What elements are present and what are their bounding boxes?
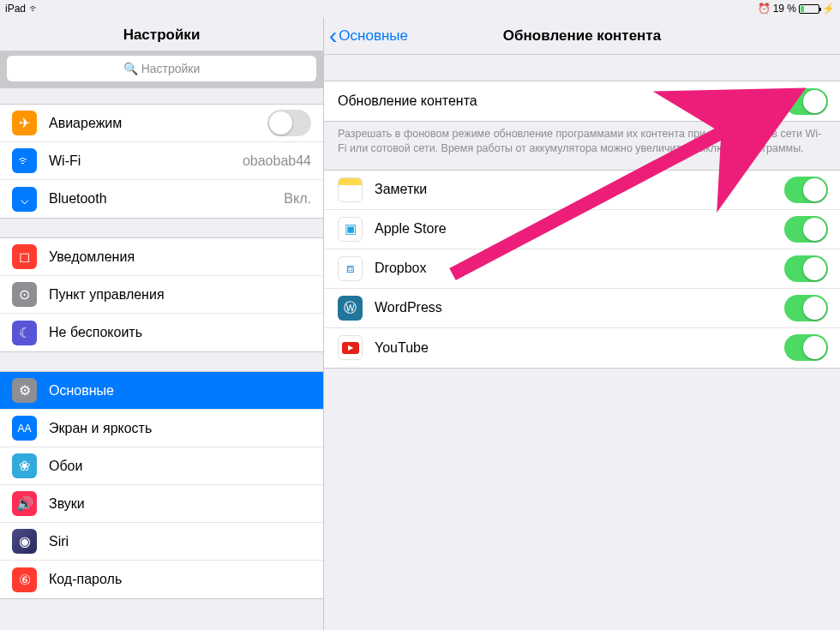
dropbox-toggle[interactable]: [784, 255, 828, 282]
sidebar-item-label: Обои: [49, 459, 323, 474]
sidebar-item-value: Вкл.: [284, 191, 323, 207]
alarm-icon: ⏰: [758, 3, 771, 15]
wifi-icon: ᯤ: [12, 148, 37, 173]
sidebar-item-label: Код-пароль: [49, 572, 323, 587]
app-row-appstore: ▣Apple Store: [324, 210, 840, 249]
sidebar-item-notifications[interactable]: ◻Уведомления: [0, 238, 323, 276]
notes-app-icon: [338, 177, 363, 202]
lock-icon: ⑥: [12, 567, 37, 592]
moon-icon: ☾: [12, 321, 37, 345]
sidebar-item-label: Wi-Fi: [49, 153, 243, 169]
sidebar-item-label: Основные: [49, 383, 323, 399]
status-bar: iPad ᯤ ⏰ 19 % ⚡: [0, 0, 840, 17]
settings-sidebar: Настройки 🔍 Настройки ✈АвиарежимᯤWi-Fiob…: [0, 17, 324, 630]
search-placeholder: Настройки: [141, 62, 201, 75]
app-label: Apple Store: [375, 221, 784, 237]
sidebar-item-airplane[interactable]: ✈Авиарежим: [0, 105, 323, 142]
sidebar-title: Настройки: [0, 17, 323, 51]
control-center-icon: ⊙: [12, 282, 37, 307]
app-row-dropbox: ⧈Dropbox: [324, 249, 840, 289]
sidebar-item-label: Экран и яркость: [49, 421, 323, 436]
appstore-toggle[interactable]: [784, 216, 828, 243]
battery-percent: 19 %: [773, 3, 796, 15]
wallpaper-icon: ❀: [12, 453, 37, 478]
siri-icon: ◉: [12, 529, 37, 554]
airplane-icon: ✈: [12, 111, 37, 135]
sidebar-item-passcode[interactable]: ⑥Код-пароль: [0, 561, 323, 598]
airplane-toggle[interactable]: [267, 110, 311, 136]
battery-icon: [799, 4, 819, 14]
sidebar-item-label: Bluetooth: [49, 191, 284, 207]
youtube-app-icon: ▶: [338, 335, 363, 360]
app-label: YouTube: [375, 340, 784, 356]
master-toggle-label: Обновление контента: [338, 93, 784, 109]
sidebar-item-general[interactable]: ⚙Основные: [0, 372, 323, 410]
master-toggle-row: Обновление контента: [324, 81, 840, 121]
display-icon: AA: [12, 416, 37, 441]
speaker-icon: 🔊: [12, 491, 37, 516]
sidebar-item-siri[interactable]: ◉Siri: [0, 523, 323, 561]
sidebar-item-value: obaobab44: [243, 153, 323, 169]
app-row-youtube: ▶YouTube: [324, 328, 840, 368]
charging-icon: ⚡: [822, 3, 835, 15]
sidebar-item-label: Пункт управления: [49, 287, 323, 303]
sidebar-item-label: Уведомления: [49, 249, 323, 265]
search-input[interactable]: 🔍 Настройки: [7, 56, 316, 81]
app-label: Dropbox: [375, 261, 784, 276]
sidebar-item-display[interactable]: AAЭкран и яркость: [0, 410, 323, 447]
content-navbar: ‹ Основные Обновление контента: [324, 17, 840, 55]
master-footer-text: Разрешать в фоновом режиме обновление пр…: [324, 122, 840, 156]
bluetooth-icon: ⌵: [12, 187, 37, 212]
back-button[interactable]: ‹ Основные: [324, 24, 408, 48]
search-icon: 🔍: [123, 62, 138, 75]
sidebar-item-wallpaper[interactable]: ❀Обои: [0, 447, 323, 485]
app-row-notes: Заметки: [324, 171, 840, 210]
app-label: Заметки: [375, 182, 784, 197]
notifications-icon: ◻: [12, 244, 37, 269]
appstore-app-icon: ▣: [338, 217, 363, 242]
sidebar-item-wifi[interactable]: ᯤWi-Fiobaobab44: [0, 142, 323, 180]
dropbox-app-icon: ⧈: [338, 256, 363, 281]
youtube-toggle[interactable]: [784, 334, 828, 361]
wordpress-app-icon: Ⓦ: [338, 296, 363, 321]
sidebar-item-label: Siri: [49, 534, 323, 549]
app-label: WordPress: [375, 300, 784, 315]
wifi-status-icon: ᯤ: [29, 3, 39, 15]
notes-toggle[interactable]: [784, 177, 828, 203]
sidebar-item-sounds[interactable]: 🔊Звуки: [0, 485, 323, 523]
wordpress-toggle[interactable]: [784, 295, 828, 321]
back-label: Основные: [339, 27, 408, 45]
sidebar-item-control-center[interactable]: ⊙Пункт управления: [0, 276, 323, 314]
sidebar-item-label: Звуки: [49, 496, 323, 512]
sidebar-item-label: Не беспокоить: [49, 325, 323, 340]
sidebar-item-bluetooth[interactable]: ⌵BluetoothВкл.: [0, 180, 323, 218]
master-toggle[interactable]: [784, 88, 828, 115]
device-label: iPad: [5, 3, 26, 15]
gear-icon: ⚙: [12, 378, 37, 403]
content-pane: ‹ Основные Обновление контента Обновлени…: [324, 17, 840, 630]
sidebar-item-label: Авиарежим: [49, 116, 267, 131]
app-row-wordpress: ⓌWordPress: [324, 289, 840, 328]
sidebar-item-dnd[interactable]: ☾Не беспокоить: [0, 314, 323, 351]
chevron-left-icon: ‹: [329, 24, 337, 48]
